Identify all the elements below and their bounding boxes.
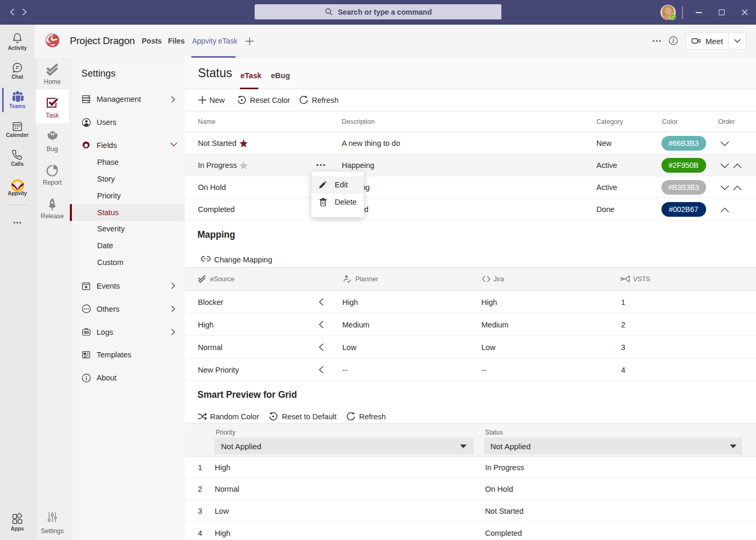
svg-text:LOG: LOG [85, 332, 89, 334]
